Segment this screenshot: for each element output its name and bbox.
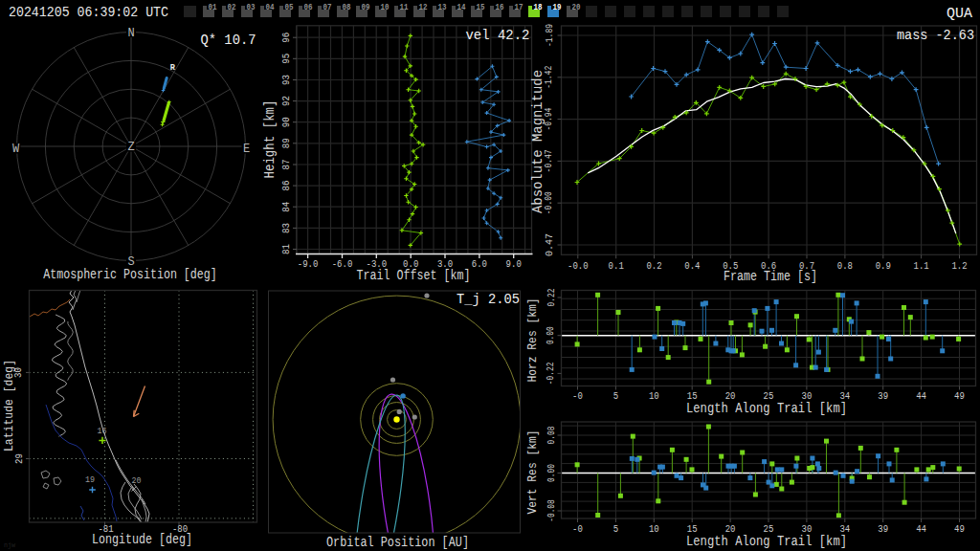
svg-text:18: 18 <box>534 3 543 12</box>
svg-text:5: 5 <box>613 522 618 535</box>
svg-text:0.08: 0.08 <box>546 427 557 445</box>
svg-text:19: 19 <box>85 474 95 485</box>
svg-text:QUA: QUA <box>947 6 973 21</box>
svg-text:Vert Res [km]: Vert Res [km] <box>525 430 540 515</box>
svg-text:N: N <box>127 27 134 40</box>
svg-text:89: 89 <box>279 138 292 148</box>
svg-text:0.47: 0.47 <box>543 233 555 256</box>
svg-text:83: 83 <box>279 223 292 233</box>
svg-text:0.00: 0.00 <box>546 464 557 482</box>
svg-text:Frame Time [s]: Frame Time [s] <box>724 269 817 284</box>
svg-text:90: 90 <box>279 117 292 127</box>
svg-text:-0: -0 <box>572 389 583 402</box>
svg-text:9.0: 9.0 <box>506 257 522 270</box>
svg-text:09: 09 <box>362 3 370 12</box>
svg-text:Trail Offset [km]: Trail Offset [km] <box>357 268 471 283</box>
svg-text:Longitude [deg]: Longitude [deg] <box>92 532 192 547</box>
svg-text:20: 20 <box>132 475 142 486</box>
svg-text:-0.08: -0.08 <box>546 499 557 522</box>
svg-text:Height [km]: Height [km] <box>262 100 278 179</box>
svg-text:16: 16 <box>496 3 504 12</box>
svg-text:17: 17 <box>515 3 523 12</box>
svg-text:81: 81 <box>279 244 292 254</box>
svg-text:6.0: 6.0 <box>472 257 487 270</box>
svg-text:87: 87 <box>279 160 292 170</box>
svg-text:E: E <box>243 143 250 156</box>
svg-text:10: 10 <box>649 522 659 535</box>
svg-text:0.00: 0.00 <box>546 326 557 344</box>
svg-text:-9.0: -9.0 <box>298 257 319 270</box>
svg-text:49: 49 <box>954 522 965 535</box>
svg-text:-0.0: -0.0 <box>568 259 589 272</box>
svg-text:Orbital Position [AU]: Orbital Position [AU] <box>326 535 469 550</box>
svg-text:Q* 10.7: Q* 10.7 <box>201 33 256 48</box>
svg-text:5: 5 <box>613 389 618 402</box>
svg-text:39: 39 <box>878 522 888 535</box>
svg-text:19: 19 <box>553 3 562 12</box>
svg-text:Absolute Magnitude: Absolute Magnitude <box>530 70 546 213</box>
svg-text:T_j 2.05: T_j 2.05 <box>457 292 520 307</box>
svg-text:-1.89: -1.89 <box>543 24 555 47</box>
svg-text:03: 03 <box>247 3 256 12</box>
svg-text:29: 29 <box>12 453 25 464</box>
svg-text:Z: Z <box>127 141 134 154</box>
svg-text:-0: -0 <box>572 522 583 535</box>
svg-text:0.2: 0.2 <box>646 259 661 272</box>
svg-text:02: 02 <box>228 3 236 12</box>
svg-text:13: 13 <box>438 3 447 12</box>
svg-text:njw: njw <box>4 541 16 549</box>
svg-text:Latitude [deg]: Latitude [deg] <box>2 360 16 452</box>
svg-text:mass -2.63: mass -2.63 <box>897 28 974 43</box>
svg-text:Length Along Trail [km]: Length Along Trail [km] <box>686 401 847 416</box>
svg-text:R: R <box>170 63 176 73</box>
svg-text:95: 95 <box>279 54 292 64</box>
svg-text:0.9: 0.9 <box>876 259 891 272</box>
svg-text:16: 16 <box>98 426 107 436</box>
svg-text:39: 39 <box>878 389 888 402</box>
svg-text:96: 96 <box>279 33 292 43</box>
svg-text:49: 49 <box>954 389 965 402</box>
svg-text:0.1: 0.1 <box>609 259 624 272</box>
svg-text:08: 08 <box>343 3 351 12</box>
svg-text:15: 15 <box>477 3 485 12</box>
svg-text:84: 84 <box>279 202 292 212</box>
svg-text:93: 93 <box>279 75 292 85</box>
svg-text:92: 92 <box>279 96 292 106</box>
svg-text:20241205 06:39:02 UTC: 20241205 06:39:02 UTC <box>9 5 168 20</box>
svg-text:10: 10 <box>381 3 390 12</box>
svg-text:-6.0: -6.0 <box>332 257 353 270</box>
svg-text:06: 06 <box>304 3 313 12</box>
svg-text:44: 44 <box>916 389 926 402</box>
svg-text:Horz Res [km]: Horz Res [km] <box>525 298 540 383</box>
svg-text:20: 20 <box>572 3 581 12</box>
svg-text:11: 11 <box>400 3 409 12</box>
svg-text:07: 07 <box>323 3 332 12</box>
svg-text:10: 10 <box>649 389 659 402</box>
svg-text:12: 12 <box>419 3 428 12</box>
svg-text:Atmospheric Position [deg]: Atmospheric Position [deg] <box>43 267 217 282</box>
svg-text:1.1: 1.1 <box>914 259 929 272</box>
svg-text:0.8: 0.8 <box>837 259 853 272</box>
svg-text:04: 04 <box>266 3 275 12</box>
svg-text:-0.22: -0.22 <box>546 363 557 386</box>
svg-text:Length Along Trail [km]: Length Along Trail [km] <box>686 534 847 549</box>
svg-text:vel 42.2: vel 42.2 <box>466 28 530 43</box>
svg-text:01: 01 <box>209 3 217 12</box>
svg-text:W: W <box>12 143 20 156</box>
svg-text:05: 05 <box>285 3 294 12</box>
svg-text:0.22: 0.22 <box>546 289 557 307</box>
svg-text:1.2: 1.2 <box>951 259 967 272</box>
svg-text:14: 14 <box>457 3 466 12</box>
svg-text:86: 86 <box>279 181 292 191</box>
svg-text:0.4: 0.4 <box>684 259 700 272</box>
svg-text:44: 44 <box>916 522 926 535</box>
